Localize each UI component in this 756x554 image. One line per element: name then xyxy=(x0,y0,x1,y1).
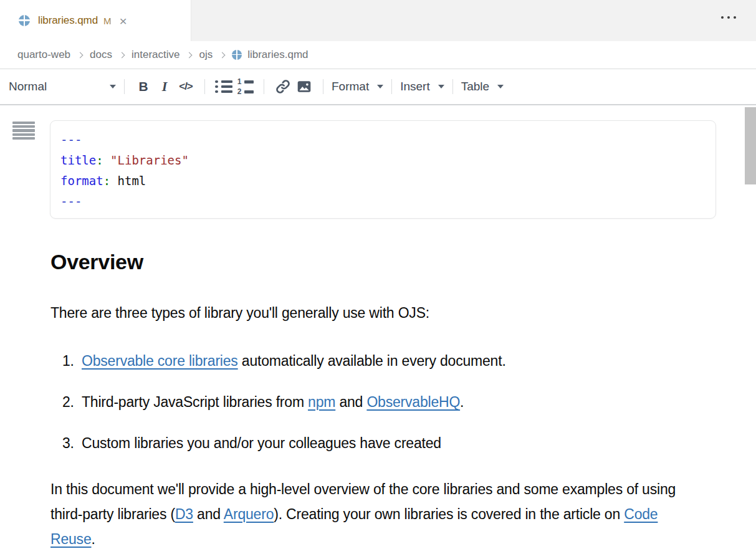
list-item-text: Observable core libraries automatically … xyxy=(82,351,506,371)
yaml-delimiter: --- xyxy=(60,130,706,150)
editor-canvas[interactable]: --- title:"Libraries" format:html --- Ov… xyxy=(0,105,756,554)
library-types-list: 1. Observable core libraries automatical… xyxy=(50,351,687,454)
list-item-marker: 3. xyxy=(62,433,82,454)
yaml-format-line: format:html xyxy=(60,171,706,191)
paragraph-style-select[interactable]: Normal xyxy=(9,80,116,93)
breadcrumb-item-ojs[interactable]: ojs xyxy=(199,49,213,61)
paragraph-style-value: Normal xyxy=(9,80,47,93)
yaml-title-line: title:"Libraries" xyxy=(60,150,706,171)
list-item-text: Third-party JavaScript libraries from np… xyxy=(82,392,464,413)
chevron-right-icon xyxy=(119,52,125,58)
link-icon xyxy=(275,79,291,95)
list-item[interactable]: 3. Custom libraries you and/or your coll… xyxy=(50,433,687,454)
list-item[interactable]: 2. Third-party JavaScript libraries from… xyxy=(50,392,687,413)
doc-link[interactable]: Observable core libraries xyxy=(82,353,238,369)
quarto-file-icon xyxy=(232,50,242,60)
bold-button[interactable]: B xyxy=(133,75,154,98)
insert-menu-button[interactable]: Insert xyxy=(400,80,444,93)
quarto-file-icon xyxy=(19,15,30,26)
yaml-front-matter-block[interactable]: --- title:"Libraries" format:html --- xyxy=(50,120,716,219)
table-menu-button[interactable]: Table xyxy=(461,80,504,93)
numbered-list-button[interactable]: 1 2 xyxy=(234,75,256,98)
breadcrumb-item-docs[interactable]: docs xyxy=(90,49,112,61)
tab-bar: libraries.qmd M × xyxy=(0,0,756,41)
breadcrumb-file-label: libraries.qmd xyxy=(247,49,308,61)
editor-toolbar: Normal B I </> 1 2 xyxy=(0,69,756,105)
doc-link[interactable]: ObservableHQ xyxy=(366,394,460,410)
tab-libraries-qmd[interactable]: libraries.qmd M × xyxy=(0,0,191,41)
italic-button[interactable]: I xyxy=(154,75,175,98)
image-icon xyxy=(296,79,312,95)
list-item-text: Custom libraries you and/or your colleag… xyxy=(82,433,441,454)
block-drag-handle-icon[interactable] xyxy=(12,122,35,140)
table-menu-label: Table xyxy=(461,80,489,93)
text-segment: automatically available in every documen… xyxy=(238,353,506,369)
text-segment: Third-party JavaScript libraries from xyxy=(82,394,308,410)
toolbar-divider xyxy=(124,79,125,94)
bullet-list-icon xyxy=(215,80,232,93)
toolbar-divider xyxy=(391,79,392,94)
toolbar-divider xyxy=(452,79,453,94)
list-item-marker: 2. xyxy=(62,392,82,413)
visual-editor-window: libraries.qmd M × quarto-web docs intera… xyxy=(0,0,756,554)
outro-paragraph[interactable]: In this document we'll provide a high-le… xyxy=(50,477,681,552)
tab-title: libraries.qmd xyxy=(38,14,98,27)
list-item[interactable]: 1. Observable core libraries automatical… xyxy=(50,351,687,371)
link-button[interactable] xyxy=(272,75,294,98)
breadcrumb-item-file[interactable]: libraries.qmd xyxy=(232,49,308,61)
chevron-down-icon xyxy=(110,85,116,88)
close-tab-icon[interactable]: × xyxy=(120,14,127,27)
chevron-down-icon xyxy=(377,85,383,88)
intro-paragraph[interactable]: There are three types of library you'll … xyxy=(50,300,681,325)
text-segment: ). Creating your own libraries is covere… xyxy=(274,506,624,522)
document-body: Overview There are three types of librar… xyxy=(0,250,756,552)
doc-link[interactable]: Arquero xyxy=(224,506,274,522)
chevron-right-icon xyxy=(219,52,226,58)
list-item-marker: 1. xyxy=(62,351,82,371)
toolbar-divider xyxy=(264,79,264,94)
doc-link[interactable]: npm xyxy=(308,394,335,410)
breadcrumb: quarto-web docs interactive ojs librarie… xyxy=(0,41,756,69)
toolbar-divider xyxy=(204,79,205,94)
toolbar-divider xyxy=(323,79,323,94)
breadcrumb-item-interactive[interactable]: interactive xyxy=(132,49,179,61)
breadcrumb-item-quarto-web[interactable]: quarto-web xyxy=(17,49,70,61)
text-segment: . xyxy=(460,394,464,410)
image-button[interactable] xyxy=(294,75,315,98)
heading-overview[interactable]: Overview xyxy=(50,250,687,274)
text-segment: . xyxy=(92,531,95,547)
chevron-right-icon xyxy=(77,52,84,58)
text-segment: and xyxy=(193,506,224,522)
chevron-right-icon xyxy=(186,52,193,58)
format-menu-button[interactable]: Format xyxy=(332,80,383,93)
code-button[interactable]: </> xyxy=(175,75,196,98)
numbered-list-icon: 1 2 xyxy=(237,77,254,96)
bullet-list-button[interactable] xyxy=(213,75,234,98)
chevron-down-icon xyxy=(497,85,504,88)
more-actions-icon[interactable] xyxy=(721,16,736,19)
format-menu-label: Format xyxy=(332,80,369,93)
doc-link[interactable]: D3 xyxy=(175,506,193,522)
text-segment: Custom libraries you and/or your colleag… xyxy=(82,435,441,451)
vertical-scrollbar[interactable] xyxy=(745,107,756,184)
text-segment: and xyxy=(335,394,366,410)
insert-menu-label: Insert xyxy=(400,80,430,93)
yaml-delimiter: --- xyxy=(60,191,706,212)
modified-badge: M xyxy=(103,16,112,26)
chevron-down-icon xyxy=(438,85,444,88)
